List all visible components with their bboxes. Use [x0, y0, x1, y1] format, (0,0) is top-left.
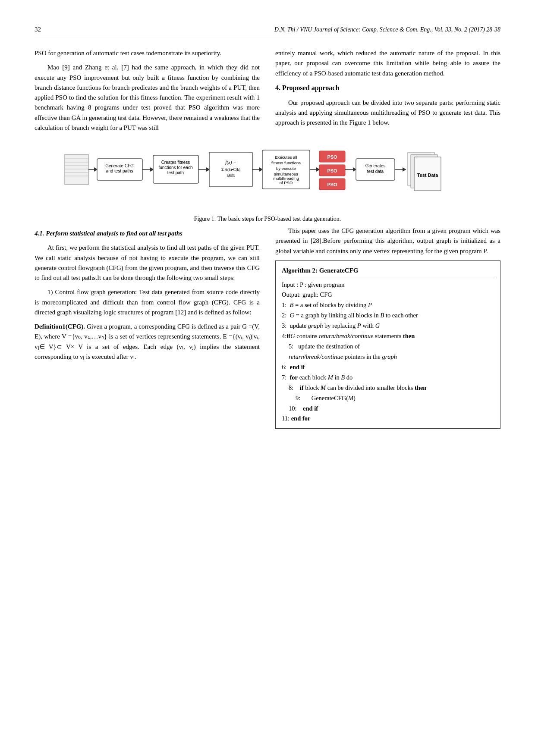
bottom-two-col: 4.1. Perform statistical analysis to fin…	[35, 226, 500, 429]
algo-line-11: 11: end for	[282, 414, 494, 424]
algo-line-3: 3: update graph by replacing P with G	[282, 321, 494, 331]
svg-text:Creates fitness: Creates fitness	[161, 160, 190, 165]
svg-text:test data: test data	[367, 169, 384, 174]
svg-text:PSO: PSO	[327, 154, 337, 160]
svg-text:of PSO: of PSO	[280, 180, 293, 185]
svg-text:f(x) =: f(x) =	[225, 160, 236, 165]
svg-text:functions for each: functions for each	[159, 165, 193, 170]
algo-line-4: 4:ifG contains return/break/continue sta…	[282, 331, 494, 342]
journal-title: D.N. Thi / VNU Journal of Science: Comp.…	[274, 26, 500, 33]
left-para2: Mao [9] and Zhang et al. [7] had the sam…	[35, 63, 260, 133]
subsection-41-def: Definition1(CFG). Given a program, a cor…	[35, 322, 260, 362]
left-col-bottom: 4.1. Perform statistical analysis to fin…	[35, 226, 260, 429]
subsection-41-para1: At first, we perform the statistical ana…	[35, 243, 260, 283]
algo-line-10: 10: end if	[282, 404, 494, 414]
header: 32 D.N. Thi / VNU Journal of Science: Co…	[35, 26, 500, 36]
svg-text:fitness functions: fitness functions	[271, 160, 301, 165]
right-col-top: entirely manual work, which reduced the …	[275, 48, 500, 137]
algo-line-1: 1: B = a set of blocks by dividing P	[282, 300, 494, 311]
algo-line-2: 2: G = a graph by linking all blocks in …	[282, 311, 494, 321]
svg-text:and test paths: and test paths	[106, 169, 133, 173]
svg-text:by execute: by execute	[276, 166, 296, 171]
algo-line-7: 7: for each block M in B do	[282, 373, 494, 383]
top-two-col: PSO for generation of automatic test cas…	[35, 48, 500, 137]
svg-text:Σ A(k)•C(k): Σ A(k)•C(k)	[221, 167, 240, 172]
right-para1: entirely manual work, which reduced the …	[275, 48, 500, 78]
algo-line-5b: return/break/continue pointers in the gr…	[282, 352, 494, 362]
def-label: Definition1(CFG).	[35, 323, 85, 330]
right-para2: Our proposed approach can be divided int…	[275, 98, 500, 128]
algo-line-5: 5: update the destination of	[282, 342, 494, 352]
figure-caption: Figure 1. The basic steps for PSO-based …	[194, 216, 341, 223]
svg-rect-0	[65, 154, 88, 185]
right-col-bottom: This paper uses the CFG generation algor…	[275, 226, 500, 429]
right-bottom-para1: This paper uses the CFG generation algor…	[275, 226, 500, 256]
svg-text:PSO: PSO	[327, 168, 337, 173]
page-number: 32	[35, 26, 41, 33]
figure-diagram: Generate CFG and test paths Creates fitn…	[60, 146, 475, 213]
algo-title: Algorithm 2: GenerateCFG	[282, 265, 494, 278]
algo-line-8: 8: if block M can be divided into smalle…	[282, 383, 494, 393]
algo-output: Output: graph: CFG	[282, 290, 494, 300]
svg-text:Generate CFG: Generate CFG	[105, 163, 134, 168]
section4-title: 4. Proposed approach	[275, 83, 500, 94]
algo-input: Input : P : given program	[282, 280, 494, 290]
figure-area: Generate CFG and test paths Creates fitn…	[35, 146, 500, 223]
subsection-41-title: 4.1. Perform statistical analysis to fin…	[35, 229, 260, 238]
subsection-41-para2: 1) Control flow graph generation: Test d…	[35, 287, 260, 317]
svg-text:Executes all: Executes all	[275, 155, 297, 160]
svg-text:Generates: Generates	[365, 163, 386, 168]
algo-line-6: 6: end if	[282, 362, 494, 373]
left-para1: PSO for generation of automatic test cas…	[35, 48, 260, 58]
svg-text:test path: test path	[167, 170, 184, 175]
page: 32 D.N. Thi / VNU Journal of Science: Co…	[0, 0, 535, 756]
algorithm-box: Algorithm 2: GenerateCFG Input : P : giv…	[275, 260, 500, 429]
svg-text:k∈B: k∈B	[227, 173, 235, 178]
left-col-top: PSO for generation of automatic test cas…	[35, 48, 260, 137]
algo-line-9: 9: GenerateCFG(M)	[282, 393, 494, 404]
svg-text:Test Data: Test Data	[417, 173, 439, 178]
svg-text:PSO: PSO	[327, 182, 337, 187]
